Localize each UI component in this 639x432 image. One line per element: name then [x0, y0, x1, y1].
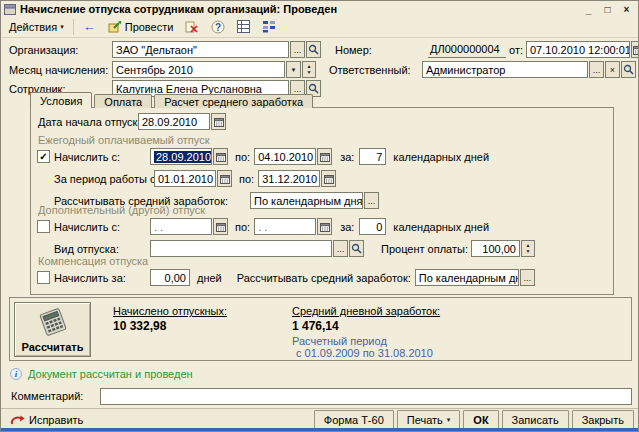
compensation-average-select-button[interactable]: ... — [520, 269, 535, 286]
additional-accrue-checkbox[interactable] — [37, 220, 50, 233]
payment-percent-field[interactable]: 100,00 — [471, 240, 520, 257]
list-icon — [237, 20, 250, 33]
org-number-row: Организация: ЗАО "Дельтаон" ... Номер: Д… — [9, 41, 639, 58]
annual-to-field[interactable]: 04.10.2010 — [254, 148, 316, 165]
annual-for-label: за: — [340, 151, 354, 163]
additional-days-value: 0 — [376, 221, 382, 233]
titlebar: Начисление отпуска сотрудникам организац… — [1, 1, 638, 16]
org-select-button[interactable]: ... — [290, 41, 305, 58]
annual-to-calendar-button[interactable] — [317, 148, 332, 165]
doc-date-calendar-button[interactable] — [631, 41, 639, 58]
back-button[interactable]: ← — [78, 18, 101, 36]
post-button[interactable]: Провести — [103, 17, 179, 36]
additional-days-field[interactable]: 0 — [359, 218, 386, 235]
document-icon — [4, 4, 16, 15]
maximize-button[interactable]: □ — [600, 3, 615, 16]
vacation-type-field[interactable] — [150, 240, 332, 257]
help-button[interactable]: ? — [206, 17, 230, 37]
compensation-days-field[interactable]: 0,00 — [150, 269, 190, 286]
magnifier-icon — [623, 64, 634, 75]
ok-button[interactable]: ОК — [463, 410, 498, 429]
additional-from-field[interactable]: . . — [150, 218, 212, 235]
annual-accrue-checkbox[interactable]: ✓ — [37, 150, 50, 163]
vacation-start-field[interactable]: 28.09.2010 — [138, 113, 210, 130]
compensation-checkbox[interactable] — [37, 271, 50, 284]
calendar-icon — [324, 174, 334, 184]
doc-datetime-field[interactable]: 07.10.2010 12:00:01 — [526, 41, 630, 58]
average-daily-label: Средний дневной заработок: — [292, 305, 440, 317]
additional-from-calendar-button[interactable] — [213, 218, 228, 235]
payment-percent-label: Процент оплаты: — [381, 243, 471, 255]
additional-to-field[interactable]: . . — [254, 218, 316, 235]
additional-to-label: по: — [235, 221, 250, 233]
annual-average-field[interactable]: По календарным дня — [250, 192, 363, 209]
work-period-to-field[interactable]: 31.12.2010 — [258, 170, 320, 187]
related-documents-button[interactable] — [257, 17, 281, 36]
additional-to-value: . . — [258, 221, 267, 233]
month-dropdown-button[interactable]: ▼ — [286, 61, 301, 78]
close-button[interactable]: × — [619, 3, 634, 16]
print-button[interactable]: Печать▾ — [397, 410, 461, 429]
compensation-section-title: Компенсация отпуска — [38, 255, 148, 267]
number-field[interactable]: ДЛ000000004 — [428, 42, 506, 58]
month-spinner[interactable]: ▲▼ — [302, 61, 316, 78]
magnifier-icon — [308, 44, 319, 55]
org-open-button[interactable] — [306, 41, 321, 58]
calculate-button[interactable]: Рассчитать — [14, 302, 91, 357]
additional-for-label: за: — [340, 221, 354, 233]
structure-list-button[interactable] — [232, 17, 255, 36]
help-icon: ? — [211, 20, 225, 34]
responsible-select-button[interactable]: ... — [589, 61, 604, 78]
comment-input[interactable] — [100, 388, 632, 405]
unpost-button[interactable] — [180, 17, 204, 36]
tab-average-earnings[interactable]: Расчет среднего заработка — [154, 94, 313, 108]
annual-from-field[interactable]: 28.09.2010 — [150, 148, 212, 165]
annual-from-calendar-button[interactable] — [213, 148, 228, 165]
vacation-start-calendar-button[interactable] — [211, 113, 226, 130]
work-period-label: За период работы с: — [54, 173, 154, 185]
month-field[interactable]: Сентябрь 2010 — [112, 61, 285, 78]
calendar-icon — [214, 117, 224, 127]
annual-days-field[interactable]: 7 — [359, 148, 386, 165]
form-t60-label: Форма Т-60 — [324, 414, 384, 426]
org-field[interactable]: ЗАО "Дельтаон" — [112, 41, 289, 58]
spin-down-icon: ▼ — [526, 249, 531, 254]
form-t60-button[interactable]: Форма Т-60 — [314, 410, 394, 429]
compensation-average-field[interactable]: По календарным дням — [415, 269, 519, 286]
calc-period-range: с 01.09.2009 по 31.08.2010 — [296, 347, 440, 359]
bottom-border-strip — [1, 428, 638, 431]
annual-to-label: по: — [235, 151, 250, 163]
minimize-button[interactable]: _ — [581, 3, 596, 16]
close-form-button[interactable]: Закрыть — [572, 410, 634, 429]
save-button[interactable]: Записать — [502, 410, 569, 429]
tab-conditions[interactable]: Условия — [30, 92, 92, 108]
status-text: Документ рассчитан и проведен — [28, 368, 193, 380]
tab-label: Расчет среднего заработка — [164, 96, 303, 108]
window-title: Начисление отпуска сотрудникам организац… — [20, 3, 577, 15]
conditions-panel: Дата начала отпуска: 28.09.2010 Ежегодны… — [30, 107, 614, 295]
additional-to-calendar-button[interactable] — [317, 218, 332, 235]
responsible-value: Администратор — [426, 64, 505, 76]
comment-label-wrap: Комментарий: — [11, 390, 83, 402]
compensation-label: Начислить за: — [54, 272, 150, 284]
work-period-to-calendar-button[interactable] — [321, 170, 336, 187]
tab-payment[interactable]: Оплата — [94, 94, 152, 108]
work-period-from-calendar-button[interactable] — [217, 170, 232, 187]
fix-button[interactable]: Исправить — [5, 410, 88, 429]
annual-from-value: 28.09.2010 — [154, 151, 212, 163]
payment-percent-value: 100,00 — [482, 243, 516, 255]
status-row: i Документ рассчитан и проведен — [10, 368, 193, 380]
vacation-type-select-button[interactable]: ... — [333, 240, 348, 257]
vacation-type-label: Вид отпуска: — [54, 243, 150, 255]
annual-average-select-button[interactable]: ... — [364, 192, 379, 209]
work-period-from-field[interactable]: 01.01.2010 — [154, 170, 216, 187]
ellipsis-icon: ... — [337, 244, 345, 254]
actions-menu-button[interactable]: Действия ▾ — [4, 18, 69, 36]
payment-percent-spinner[interactable]: ▲▼ — [521, 240, 535, 257]
responsible-open-button[interactable] — [621, 61, 636, 78]
responsible-field[interactable]: Администратор — [422, 61, 588, 78]
vacation-type-open-button[interactable] — [349, 240, 364, 257]
responsible-clear-button[interactable]: × — [605, 61, 620, 78]
ok-label: ОК — [473, 414, 488, 426]
back-arrow-icon: ← — [83, 21, 96, 33]
